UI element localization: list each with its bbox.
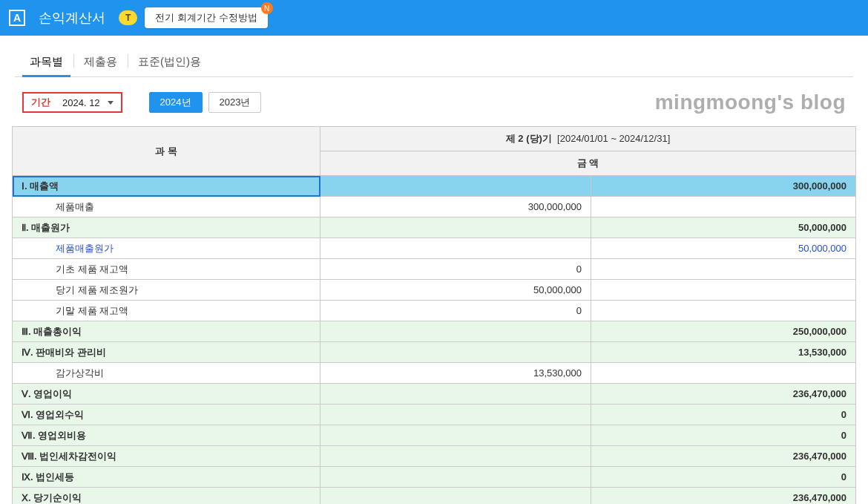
row-label: Ⅳ. 판매비와 관리비 [13,342,320,363]
row-label: 제품매출 [13,197,320,217]
row-sub-amount [320,467,591,488]
info-chip-button[interactable]: 전기 회계기간 수정방법 N [145,7,267,28]
row-sub-amount [320,238,591,259]
year-button-0[interactable]: 2024년 [149,92,203,113]
row-sub-amount [320,446,591,467]
th-period: 제 2 (당)기 [2024/01/01 ~ 2024/12/31] [320,127,856,151]
income-statement-table: 과 목 제 2 (당)기 [2024/01/01 ~ 2024/12/31] 금… [12,126,856,504]
tab-2[interactable]: 표준(법인)용 [128,49,211,76]
year-button-1[interactable]: 2023년 [208,92,262,113]
row-total-amount: 50,000,000 [591,238,856,259]
row-total-amount: 236,470,000 [591,488,856,505]
row-label: Ⅷ. 법인세차감전이익 [13,446,320,467]
row-total-amount: 250,000,000 [591,321,856,342]
table-row[interactable]: 기초 제품 재고액0 [13,259,856,280]
row-label: Ⅶ. 영업외비용 [13,425,320,446]
table-row[interactable]: Ⅹ. 당기순이익236,470,000 [13,488,856,505]
row-total-amount: 236,470,000 [591,446,856,467]
period-dropdown[interactable]: 2024. 12 [58,94,121,111]
th-period-range: [2024/01/01 ~ 2024/12/31] [557,133,670,144]
row-label: Ⅹ. 당기순이익 [13,488,320,505]
tab-1[interactable]: 제출용 [73,49,128,76]
table-row[interactable]: 감가상각비13,530,000 [13,363,856,384]
row-sub-amount: 13,530,000 [320,363,591,384]
row-sub-amount [320,176,591,197]
row-total-amount: 300,000,000 [591,176,856,197]
row-total-amount [591,197,856,217]
table-row[interactable]: Ⅲ. 매출총이익250,000,000 [13,321,856,342]
row-label: Ⅲ. 매출총이익 [13,321,320,342]
table-row[interactable]: Ⅸ. 법인세등0 [13,467,856,488]
table-row[interactable]: Ⅱ. 매출원가50,000,000 [13,217,856,238]
row-label: Ⅸ. 법인세등 [13,467,320,488]
row-total-amount [591,259,856,280]
controls-row: 기간 2024. 12 2024년2023년 mingmoong's blog [0,77,868,126]
row-label: Ⅴ. 영업이익 [13,384,320,405]
table-row[interactable]: Ⅴ. 영업이익236,470,000 [13,384,856,405]
tab-bar: 과목별제출용표준(법인)용 [15,49,853,77]
watermark-text: mingmoong's blog [655,91,846,114]
row-sub-amount: 0 [320,259,591,280]
tab-0[interactable]: 과목별 [19,49,73,76]
row-total-amount [591,363,856,384]
th-period-title: 제 2 (당)기 [506,133,552,144]
row-sub-amount [320,425,591,446]
table-row[interactable]: 기말 제품 재고액0 [13,301,856,321]
period-value: 2024. 12 [62,97,100,108]
row-sub-amount [320,405,591,425]
row-total-amount: 0 [591,425,856,446]
table-row[interactable]: Ⅳ. 판매비와 관리비13,530,000 [13,342,856,363]
table-row[interactable]: Ⅵ. 영업외수익0 [13,405,856,425]
title-bar: A 손익계산서 T 전기 회계기간 수정방법 N [0,0,868,36]
row-label: Ⅵ. 영업외수익 [13,405,320,425]
row-total-amount: 0 [591,467,856,488]
row-sub-amount [320,384,591,405]
row-sub-amount: 0 [320,301,591,321]
table-row[interactable]: Ⅶ. 영업외비용0 [13,425,856,446]
chevron-down-icon [108,101,114,105]
t-badge: T [119,10,137,25]
row-sub-amount [320,342,591,363]
row-label: Ⅱ. 매출원가 [13,217,320,238]
row-sub-amount: 300,000,000 [320,197,591,217]
row-label: Ⅰ. 매출액 [13,176,320,197]
row-sub-amount [320,488,591,505]
period-label: 기간 [24,96,58,109]
row-total-amount: 13,530,000 [591,342,856,363]
row-sub-amount: 50,000,000 [320,280,591,301]
row-total-amount: 236,470,000 [591,384,856,405]
th-amount: 금 액 [320,151,856,176]
row-total-amount: 50,000,000 [591,217,856,238]
app-logo-icon: A [9,10,25,26]
info-chip-label: 전기 회계기간 수정방법 [155,12,257,23]
row-sub-amount [320,321,591,342]
table-row[interactable]: 제품매출원가50,000,000 [13,238,856,259]
table-row[interactable]: Ⅷ. 법인세차감전이익236,470,000 [13,446,856,467]
row-label: 기초 제품 재고액 [13,259,320,280]
table-row[interactable]: 제품매출300,000,000 [13,197,856,217]
row-label: 제품매출원가 [13,238,320,259]
th-item: 과 목 [13,127,320,176]
row-label: 기말 제품 재고액 [13,301,320,321]
row-total-amount [591,301,856,321]
new-badge-icon: N [261,2,273,14]
period-select-box: 기간 2024. 12 [22,92,122,113]
table-row[interactable]: 당기 제품 제조원가50,000,000 [13,280,856,301]
row-label: 당기 제품 제조원가 [13,280,320,301]
row-total-amount [591,280,856,301]
row-total-amount: 0 [591,405,856,425]
row-sub-amount [320,217,591,238]
table-row[interactable]: Ⅰ. 매출액300,000,000 [13,176,856,197]
page-title: 손익계산서 [39,9,105,27]
row-label: 감가상각비 [13,363,320,384]
